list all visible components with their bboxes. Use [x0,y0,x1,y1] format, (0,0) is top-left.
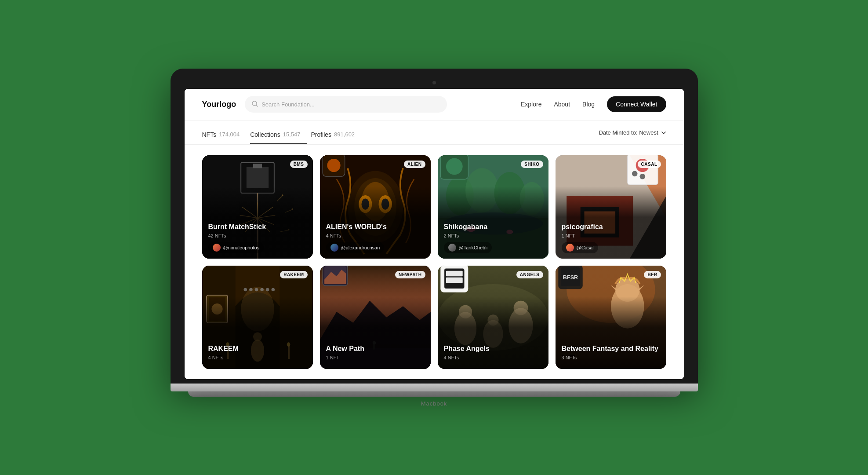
card-badge-alien: ALIEN [404,161,425,168]
card-nfts-angels: 4 NFTs [444,355,542,360]
card-author-name-alien: @alexandrucrisan [341,245,380,250]
card-rakeem[interactable]: RAKEEM RAKEEM 4 NFTs [202,266,313,369]
card-bfr[interactable]: BFSR BFR Between Fantasy and Reality 3 N… [556,266,666,369]
card-title-newpath: A New Path [326,344,425,353]
card-bottom-shiko: Shikogabana 2 NFTs @TarikChebli [438,217,548,258]
tabs-row: NFTs 174,004 Collections 15,547 Profiles… [185,121,684,145]
laptop-base [188,391,680,397]
nav-explore[interactable]: Explore [521,101,541,108]
card-bottom-casal: psicografica 1 NFT @Casal [556,217,666,258]
laptop-container: Yourlogo Search Foundation... Explore Ab… [171,69,698,407]
card-avatar-shiko [448,244,456,252]
card-author-name-bms: @nimaleophotos [223,245,260,250]
card-title-casal: psicografica [562,223,660,231]
tab-nfts[interactable]: NFTs 174,004 [202,128,247,144]
camera [432,81,436,84]
card-badge-rakeem: RAKEEM [280,271,307,278]
tab-nfts-label: NFTs [202,131,217,138]
card-author-name-casal: @Casal [577,245,594,250]
nav-blog[interactable]: Blog [582,101,595,108]
card-badge-angels: ANGELS [516,271,543,278]
card-nfts-bfr: 3 NFTs [562,355,660,360]
card-nfts-rakeem: 4 NFTs [208,355,307,360]
card-badge-casal: CASAL [638,161,661,168]
card-nfts-bms: 42 NFTs [208,233,307,238]
search-bar[interactable]: Search Foundation... [245,96,447,113]
card-avatar-bms [213,244,221,252]
card-title-alien: ALIEN's WORLD's [326,223,425,231]
laptop-bottom [171,384,698,391]
header-nav: Explore About Blog Connect Wallet [521,96,666,112]
card-angels[interactable]: ANGELS Phase Angels 4 NFTs [438,266,548,369]
card-bottom-rakeem: RAKEEM 4 NFTs [202,339,313,369]
card-badge-bfr: BFR [644,271,661,278]
chevron-down-icon [661,130,666,135]
header: Yourlogo Search Foundation... Explore Ab… [185,89,684,121]
connect-wallet-button[interactable]: Connect Wallet [607,96,666,112]
logo: Yourlogo [202,100,236,109]
cards-grid: BMS Burnt MatchStick 42 NFTs @nimaleopho… [185,145,684,373]
card-bottom-bfr: Between Fantasy and Reality 3 NFTs [556,339,666,369]
tab-collections-count: 15,547 [283,131,301,138]
laptop-label: Macbook [171,400,698,407]
tab-profiles-count: 891,602 [334,131,355,138]
sort-dropdown[interactable]: Date Minted to: Newest [599,129,666,142]
laptop-frame: Yourlogo Search Foundation... Explore Ab… [171,69,698,384]
laptop-screen: Yourlogo Search Foundation... Explore Ab… [185,89,684,379]
card-author-alien[interactable]: @alexandrucrisan [326,242,385,253]
card-nfts-shiko: 2 NFTs [444,233,542,238]
card-bottom-angels: Phase Angels 4 NFTs [438,339,548,369]
tab-collections[interactable]: Collections 15,547 [250,128,307,144]
svg-line-1 [256,105,258,106]
card-title-rakeem: RAKEEM [208,344,307,353]
card-alien[interactable]: ALIEN ALIEN's WORLD's 4 NFTs @alexandruc… [320,155,431,259]
card-avatar-alien [330,244,338,252]
card-title-bms: Burnt MatchStick [208,223,307,231]
card-title-bfr: Between Fantasy and Reality [562,344,660,353]
card-bottom-newpath: A New Path 1 NFT [320,339,431,369]
search-icon [252,101,258,108]
card-author-name-shiko: @TarikChebli [459,245,488,250]
card-bms[interactable]: BMS Burnt MatchStick 42 NFTs @nimaleopho… [202,155,313,259]
sort-label: Date Minted to: Newest [599,129,658,136]
card-nfts-casal: 1 NFT [562,233,660,238]
card-avatar-casal [566,244,574,252]
search-placeholder: Search Foundation... [261,101,315,108]
card-casal[interactable]: CASAL psicografica 1 NFT @Casal [556,155,666,259]
card-badge-newpath: NEWPATH [395,271,425,278]
tab-profiles-label: Profiles [311,131,331,138]
nav-about[interactable]: About [554,101,570,108]
card-title-angels: Phase Angels [444,344,542,353]
card-nfts-alien: 4 NFTs [326,233,425,238]
card-nfts-newpath: 1 NFT [326,355,425,360]
card-bottom-alien: ALIEN's WORLD's 4 NFTs @alexandrucrisan [320,217,431,258]
card-badge-bms: BMS [290,161,308,168]
card-title-shiko: Shikogabana [444,223,542,231]
tab-nfts-count: 174,004 [219,131,240,138]
card-newpath[interactable]: NEWPATH A New Path 1 NFT [320,266,431,369]
card-shiko[interactable]: SHIKO Shikogabana 2 NFTs @TarikChebli [438,155,548,259]
card-author-shiko[interactable]: @TarikChebli [444,242,492,253]
screen-content: Yourlogo Search Foundation... Explore Ab… [185,89,684,379]
tab-collections-label: Collections [250,131,280,138]
card-author-bms[interactable]: @nimaleophotos [208,242,264,253]
tab-profiles[interactable]: Profiles 891,602 [311,128,362,144]
card-bottom-bms: Burnt MatchStick 42 NFTs @nimaleophotos [202,217,313,258]
card-badge-shiko: SHIKO [521,161,543,168]
card-author-casal[interactable]: @Casal [562,242,598,253]
